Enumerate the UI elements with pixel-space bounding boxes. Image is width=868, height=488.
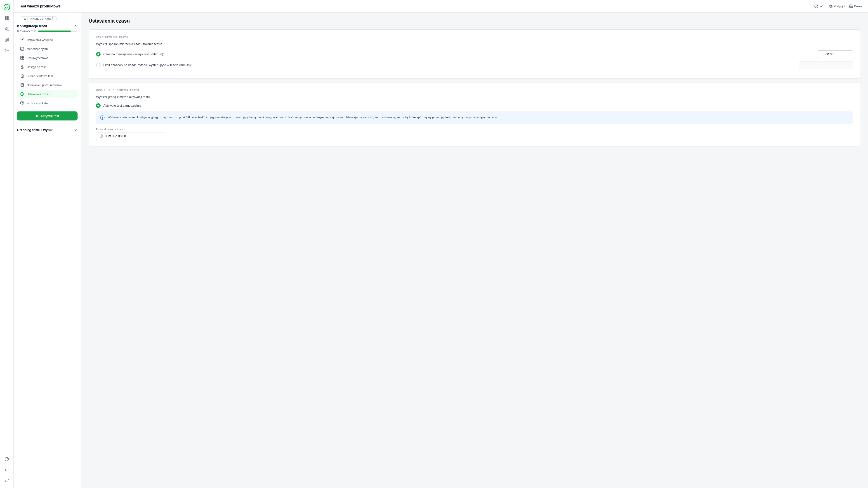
svg-rect-8 (6, 39, 7, 41)
time-description: Wybierz sposób mierzenia czasu trwania t… (96, 42, 853, 46)
svg-point-19 (21, 48, 21, 49)
activity-value: 00m 00d 00:00 (105, 134, 126, 138)
sidebar-item-ustawienia-wstepne[interactable]: Ustawienia wstępne (17, 35, 78, 44)
per-question-radio[interactable] (96, 63, 101, 67)
content-page-title: Ustawienia czasu (89, 18, 861, 24)
sidebar-item-strona-startowa[interactable]: Strona startowa testu (17, 72, 78, 80)
config-title: Konfiguracja testu (17, 24, 47, 28)
launch-section-label: OPCJE URUCHOMIENIA TESTU (96, 89, 853, 92)
results-title: Przebieg testu i wyniki (17, 128, 54, 132)
svg-point-10 (6, 50, 7, 51)
whole-test-radio[interactable] (96, 52, 101, 57)
status-badge: W TRAKCIE USTAWIEŃ (21, 16, 57, 21)
sidebar-label-wzor-certyfikatu: Wzór certyfikatu (27, 101, 48, 105)
chart-icon[interactable] (2, 35, 11, 44)
progress-bar-bg (38, 31, 78, 32)
activate-test-button[interactable]: Aktywuj test (17, 112, 78, 120)
per-question-input-wrapper (799, 61, 853, 69)
back-icon[interactable] (2, 465, 11, 475)
time-duration-card: CZAS TRWANIA TESTU Wybierz sposób mierze… (89, 29, 861, 79)
svg-point-6 (7, 28, 8, 29)
svg-point-0 (4, 4, 10, 10)
sidebar-item-dostep[interactable]: Dostęp do testu (17, 63, 78, 71)
svg-point-27 (22, 67, 22, 68)
per-question-time-input[interactable] (799, 61, 853, 69)
whole-test-time-input[interactable] (817, 51, 853, 58)
top-header: Test wiedzy produktowej Info Podgląd (13, 0, 868, 13)
results-section-header[interactable]: Przebieg testu i wyniki (17, 128, 78, 132)
sidebar-item-ocenianie[interactable]: Ocenianie i podsumowanie (17, 81, 78, 89)
info-action[interactable]: Info (814, 4, 825, 8)
self-activate-row: Aktywuję test samodzielnie (96, 103, 853, 108)
svg-point-21 (21, 50, 21, 50)
sidebar-item-zestawy-testowe[interactable]: Zestawy testowe (17, 54, 78, 62)
svg-point-31 (22, 102, 23, 103)
sidebar-label-dostep: Dostęp do testu (27, 65, 47, 69)
self-activate-radio[interactable] (96, 103, 101, 108)
sidebar-item-wzor-certyfikatu[interactable]: Wzór certyfikatu (17, 99, 78, 108)
svg-rect-22 (21, 56, 22, 58)
svg-rect-9 (8, 38, 8, 41)
info-box-icon (100, 115, 105, 120)
logo-icon[interactable] (2, 3, 11, 12)
expand-icon[interactable] (2, 476, 11, 485)
preview-label: Podgląd (834, 4, 845, 8)
info-label: Info (819, 4, 825, 8)
settings-gear-icon[interactable] (2, 46, 11, 55)
self-activate-label: Aktywuję test samodzielnie (103, 104, 141, 108)
activity-input-wrapper: 00m 00d 00:00 (96, 132, 164, 140)
whole-test-label: Czas na rozwiązanie całego testu (hh:mm)… (103, 53, 164, 56)
preview-icon (829, 4, 833, 8)
sidebar-item-ustawienia-czasu[interactable]: Ustawienia czasu (17, 90, 78, 98)
home-nav-icon (20, 74, 24, 78)
certificate-nav-icon (20, 101, 24, 105)
grid-icon[interactable] (2, 13, 11, 23)
activity-section: Czas aktywności testu 00m 00d 00:00 (96, 127, 853, 140)
sets-nav-icon (20, 56, 24, 60)
time-nav-icon (20, 92, 24, 96)
sidebar: W TRAKCIE USTAWIEŃ Konfiguracja testu 83… (13, 13, 81, 488)
sidebar-label-menedzer-pytan: Menedżer pytań (27, 47, 48, 51)
svg-rect-7 (5, 40, 6, 41)
icon-bar-bottom (2, 455, 11, 485)
sidebar-item-menedzer-pytan[interactable]: Menedżer pytań (17, 44, 78, 53)
svg-point-17 (22, 39, 23, 40)
sidebar-label-zestawy-testowe: Zestawy testowe (27, 56, 49, 60)
sidebar-label-ustawienia-wstepne: Ustawienia wstępne (27, 38, 53, 41)
whole-test-time-row: Czas na rozwiązanie całego testu (hh:mm)… (96, 51, 853, 58)
chevron-down-icon (74, 128, 78, 132)
svg-rect-25 (22, 58, 24, 59)
info-box: W dolnej części menu konfiguracyjnego zn… (96, 112, 853, 124)
page-header-title: Test wiedzy produktowej (19, 4, 61, 8)
body-layout: W TRAKCIE USTAWIEŃ Konfiguracja testu 83… (13, 13, 868, 488)
svg-marker-32 (36, 115, 38, 117)
preview-action[interactable]: Podgląd (829, 4, 845, 8)
per-question-row: Limit czasowy na każde pytanie występują… (96, 61, 853, 69)
time-input-wrapper (817, 51, 853, 58)
help-icon[interactable] (2, 455, 11, 464)
main-wrapper: Test wiedzy produktowej Info Podgląd (13, 0, 868, 488)
svg-point-20 (21, 49, 21, 49)
results-section: Przebieg testu i wyniki (13, 125, 81, 132)
svg-rect-4 (7, 18, 8, 20)
info-circle-icon (814, 4, 818, 8)
activity-label: Czas aktywności testu (96, 127, 853, 131)
svg-rect-24 (21, 58, 22, 59)
sidebar-config-section: W TRAKCIE USTAWIEŃ Konfiguracja testu 83… (13, 16, 81, 108)
svg-rect-3 (5, 18, 6, 20)
info-box-text: W dolnej części menu konfiguracyjnego zn… (108, 115, 498, 120)
questions-nav-icon (20, 47, 24, 51)
svg-rect-14 (850, 5, 852, 6)
time-input-container (817, 51, 853, 58)
print-icon (849, 4, 852, 8)
chevron-up-icon (74, 24, 78, 28)
lock-nav-icon (20, 65, 24, 69)
svg-point-5 (6, 28, 7, 29)
assessment-nav-icon (20, 83, 24, 87)
sidebar-label-strona-startowa: Strona startowa testu (27, 74, 55, 78)
progress-row: 83% ukończono (17, 30, 78, 33)
users-icon[interactable] (2, 24, 11, 33)
config-section-header[interactable]: Konfiguracja testu (17, 24, 78, 28)
print-action[interactable]: Drukuj (849, 4, 863, 8)
header-actions: Info Podgląd Drukuj (814, 4, 863, 8)
